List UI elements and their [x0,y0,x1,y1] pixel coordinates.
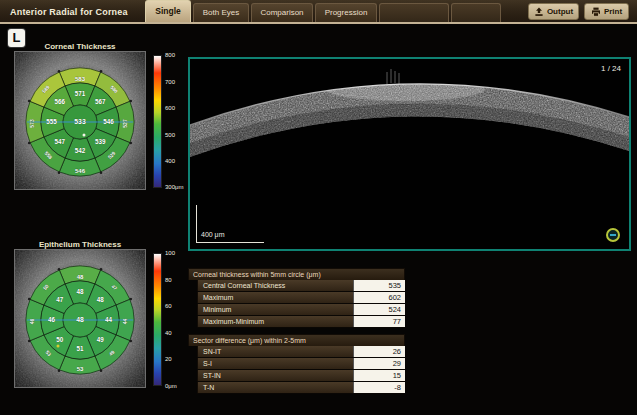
row-label: Minimum [197,304,353,315]
registration-mark [130,100,133,103]
tab-single[interactable]: Single [145,0,191,22]
registration-mark [100,70,103,73]
row-value: 602 [353,292,405,303]
table-row: SN-IT 26 [197,346,405,358]
registration-mark [130,298,133,301]
output-button-label: Output [547,7,573,16]
row-value: 535 [353,280,405,291]
marker-dot [57,345,60,348]
registration-mark [28,298,31,301]
row-value: 26 [353,346,405,357]
epithelium-thickness-map[interactable]: 4848484449515046474847444953534650 [14,249,146,388]
table-row: ST-IN 15 [197,370,405,382]
sector-value: 539 [95,138,106,145]
scale-bar: 400 μm [196,205,266,243]
row-value: 524 [353,304,405,315]
row-label: T-N [197,382,353,393]
registration-mark [28,340,31,343]
row-value: -8 [353,382,405,393]
sector-value: 46 [48,316,56,323]
reset-zoom-icon[interactable] [606,228,620,242]
sector-value: 546 [103,118,114,125]
sector-value: 527 [122,119,128,128]
sector-value: 533 [74,118,86,125]
registration-mark [130,142,133,145]
sector-value: 44 [105,316,113,323]
print-button-label: Print [604,7,622,16]
table-row: S-I 29 [197,358,405,370]
row-value: 77 [353,316,405,327]
sector-value: 555 [46,118,57,125]
anterior-radial-screen: Anterior Radial for Cornea Single Both E… [0,0,637,415]
sector-value: 51 [76,345,84,352]
sector-value: 567 [95,98,106,105]
sector-value: 48 [76,288,84,295]
corneal-thickness-title: Corneal Thickness [14,42,146,51]
sector-value: 547 [55,138,66,145]
sector-value: 546 [75,168,86,174]
sector-value: 49 [97,336,105,343]
table-row: Maximum-Minimum 77 [197,316,405,328]
table-row: Maximum 602 [197,292,405,304]
sector-value: 53 [77,366,84,372]
corneal-color-scale [153,55,162,188]
tab-progression[interactable]: Progression [315,3,377,22]
sector-value: 48 [76,316,84,323]
frame-counter: 1 / 24 [601,64,621,73]
registration-mark [58,370,61,373]
scale-bar-label: 400 μm [201,231,225,238]
row-label: S-I [197,358,353,369]
sector-value: 48 [77,274,84,280]
header-bar: Anterior Radial for Cornea Single Both E… [0,0,637,24]
epithelium-color-scale [153,253,162,386]
epithelium-thickness-title: Epithelium Thickness [14,240,146,249]
registration-mark [58,70,61,73]
sector-value: 566 [55,98,66,105]
sector-value: 571 [75,90,86,97]
sector-value: 47 [56,296,64,303]
registration-mark [100,370,103,373]
row-value: 15 [353,370,405,381]
registration-mark [130,340,133,343]
row-label: SN-IT [197,346,353,357]
registration-mark [28,100,31,103]
sector-value: 48 [97,296,105,303]
oct-bscan-viewer[interactable]: 1 / 24 400 μm [188,57,631,251]
sector-difference-table: Sector difference (μm) within 2-5mm SN-I… [188,334,405,394]
table-row: Minimum 524 [197,304,405,316]
row-label: ST-IN [197,370,353,381]
row-value: 29 [353,358,405,369]
row-label: Central Corneal Thickness [197,280,353,291]
table-title: Sector difference (μm) within 2-5mm [188,334,405,346]
registration-mark [100,172,103,175]
tab-both-eyes[interactable]: Both Eyes [193,3,249,22]
registration-mark [58,172,61,175]
page-title: Anterior Radial for Cornea [10,0,128,24]
table-row: T-N -8 [197,382,405,394]
table-title: Corneal thickness within 5mm circle (μm) [188,268,405,280]
sector-value: 46 [29,319,35,325]
export-icon [534,7,544,17]
marker-dot [83,134,86,137]
corneal-thickness-table: Corneal thickness within 5mm circle (μm)… [188,268,405,328]
corneal-thickness-map[interactable]: 5335715675465395425475555665835805275295… [14,51,146,190]
sector-value: 583 [75,76,86,82]
registration-mark [58,268,61,271]
registration-mark [100,268,103,271]
sector-value: 542 [75,147,86,154]
printer-icon [591,7,601,17]
output-button[interactable]: Output [528,3,579,20]
tab-comparison[interactable]: Comparison [251,3,313,22]
sector-value: 44 [122,319,128,325]
row-label: Maximum-Minimum [197,316,353,327]
tab-empty-slot [451,3,501,22]
print-button[interactable]: Print [584,3,629,20]
sector-value: 573 [29,119,35,128]
registration-mark [28,142,31,145]
table-row: Central Corneal Thickness 535 [197,280,405,292]
sector-value: 50 [56,336,64,343]
row-label: Maximum [197,292,353,303]
tab-empty-slot [379,3,449,22]
